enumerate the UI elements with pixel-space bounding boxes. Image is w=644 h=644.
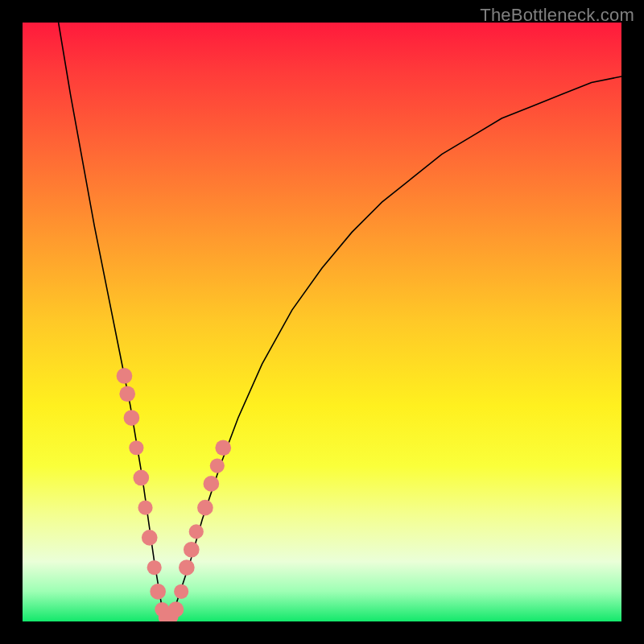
data-marker xyxy=(117,368,133,384)
chart-frame: TheBottleneck.com xyxy=(0,0,644,644)
marker-group xyxy=(117,368,231,621)
data-marker xyxy=(119,386,135,402)
chart-plot-area xyxy=(23,23,621,621)
data-marker xyxy=(129,440,143,455)
data-marker xyxy=(168,601,184,617)
data-marker xyxy=(174,584,188,599)
data-marker xyxy=(138,501,152,515)
data-marker xyxy=(179,559,195,576)
data-marker xyxy=(147,560,162,575)
data-marker xyxy=(189,524,204,539)
watermark-text: TheBottleneck.com xyxy=(480,5,634,26)
data-marker xyxy=(184,542,200,558)
data-marker xyxy=(133,470,149,486)
data-marker xyxy=(150,584,166,600)
data-marker xyxy=(124,410,140,426)
data-marker xyxy=(197,500,213,516)
data-marker xyxy=(204,476,220,492)
bottleneck-curve xyxy=(59,23,621,618)
data-marker xyxy=(210,458,225,473)
data-marker xyxy=(215,440,231,456)
chart-svg xyxy=(23,23,621,621)
data-marker xyxy=(142,530,158,546)
